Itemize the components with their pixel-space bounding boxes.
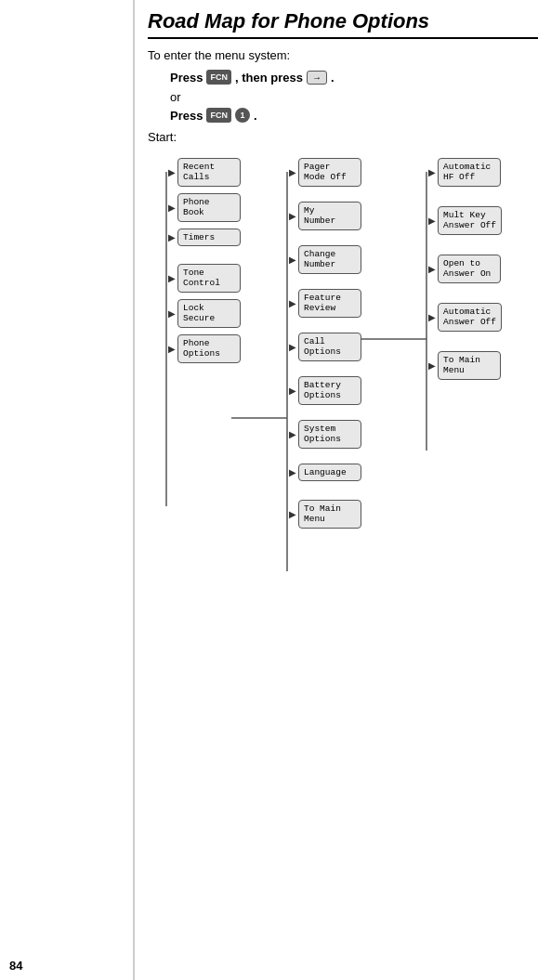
arrow-button: → (307, 71, 327, 85)
flow-diagram: ▶ Recent Calls ▶ Phone Book ▶ Timers ▶ T… (148, 153, 538, 618)
col2-box-1: ▶ My Number (289, 202, 361, 230)
col3-box-1: ▶ Mult Key Answer Off (428, 206, 502, 235)
press-label-1: Press (170, 71, 203, 85)
press-label-2: Press (170, 109, 203, 123)
col2-box-4: ▶ Call Options (289, 333, 361, 361)
page-title: Road Map for Phone Options (148, 9, 538, 39)
col3-box-2: ▶ Open to Answer On (428, 255, 501, 283)
instruction-line-2: Press FCN 1 . (170, 108, 538, 123)
fcn-badge-1: FCN (206, 70, 231, 85)
col3-box-3: ▶ Automatic Answer Off (428, 303, 502, 332)
then-press: , then press (235, 71, 303, 85)
period-2: . (254, 109, 257, 123)
col1-box-0: ▶ Recent Calls (168, 158, 241, 187)
intro-text: To enter the menu system: (148, 48, 538, 62)
col3-box-0: ▶ Automatic HF Off (428, 158, 501, 187)
col1-box-1: ▶ Phone Book (168, 193, 241, 222)
instruction-block-1: Press FCN , then press → . (170, 70, 538, 85)
or-line: or (170, 90, 538, 104)
col2-box-7: ▶ Language (289, 464, 361, 481)
col1-box-3: ▶ Tone Control (168, 264, 241, 293)
start-label: Start: (148, 130, 538, 144)
fcn-badge-2: FCN (206, 108, 231, 123)
col2-box-6: ▶ System Options (289, 420, 361, 449)
left-bar: 84 (0, 0, 135, 980)
col1-box-4: ▶ Lock Secure (168, 299, 241, 328)
col2-box-3: ▶ Feature Review (289, 289, 361, 318)
instruction-block-2: Press FCN 1 . (170, 108, 538, 123)
col2-box-0: ▶ Pager Mode Off (289, 158, 361, 187)
num-badge-1: 1 (235, 108, 250, 123)
col1-box-2: ▶ Timers (168, 229, 241, 246)
col3-box-4: ▶ To Main Menu (428, 351, 501, 380)
col2-box-2: ▶ Change Number (289, 245, 361, 274)
col2-box-8: ▶ To Main Menu (289, 500, 361, 529)
period-1: . (331, 71, 335, 85)
main-content: Road Map for Phone Options To enter the … (135, 0, 551, 980)
page-number: 84 (0, 959, 22, 973)
col2-box-5: ▶ Battery Options (289, 376, 361, 405)
instruction-line-1: Press FCN , then press → . (170, 70, 538, 85)
col1-box-5: ▶ Phone Options (168, 334, 241, 363)
